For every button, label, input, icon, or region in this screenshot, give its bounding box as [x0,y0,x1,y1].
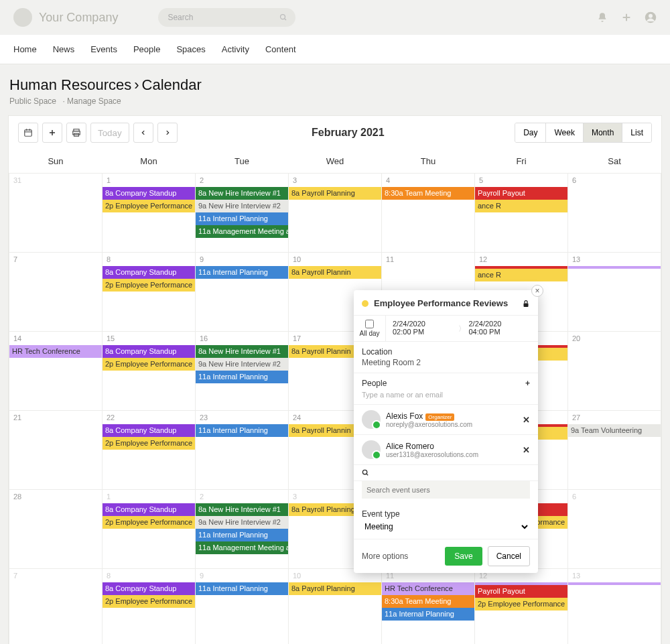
calendar-cell[interactable]: 28 [9,490,103,569]
calendar-event[interactable]: 8a Company Standup [103,266,195,279]
start-time[interactable]: 02:00 PM [393,328,456,336]
nav-home[interactable]: Home [13,35,37,64]
user-icon[interactable] [645,11,657,23]
calendar-cell[interactable]: 6 [568,490,661,569]
search-input[interactable] [158,8,295,27]
calendar-event[interactable]: HR Tech Conference [9,345,102,358]
calendar-cell[interactable]: 911a Internal Planning [196,253,289,332]
calendar-cell[interactable]: 228a Company Standup2p Employee Performa… [103,411,196,490]
search-users-input[interactable] [362,481,530,499]
calendar-cell[interactable]: 18a Company Standup2p Employee Performan… [103,174,196,253]
calendar-cell[interactable]: 21 [9,411,103,490]
calendar-cell[interactable]: 28a New Hire Interview #19a New Hire Int… [196,490,289,569]
calendar-event[interactable]: HR Tech Conference [382,582,474,595]
calendar-cell[interactable]: 6 [568,174,661,253]
calendar-event[interactable]: 11a Management Meeting an [196,541,288,554]
calendar-event[interactable]: 11a Internal Planning [196,582,288,595]
calendar-event[interactable]: 8a Company Standup [103,187,195,200]
end-time[interactable]: 04:00 PM [469,328,532,336]
calendar-cell[interactable]: 279a Team Volunteering [568,411,661,490]
calendar-event[interactable]: Payroll Payout [475,187,567,200]
calendar-event[interactable]: 9a New Hire Interview #2 [196,200,288,212]
remove-person-icon[interactable]: ✕ [523,415,530,425]
save-button[interactable]: Save [445,547,482,566]
calendar-cell[interactable]: 2311a Internal Planning [196,411,289,490]
start-date[interactable]: 2/24/2020 [393,320,456,328]
calendar-event[interactable]: 2p Employee Performance R [103,200,195,212]
calendar-event[interactable]: ance R [475,200,567,212]
calendar-cell[interactable]: 38a Payroll Planning [289,174,382,253]
add-button[interactable] [42,123,62,143]
calendar-event[interactable]: 9a New Hire Interview #2 [196,358,288,371]
prev-button[interactable] [133,123,153,143]
today-button[interactable]: Today [90,123,129,143]
breadcrumb-1[interactable]: Human Resources [9,76,131,93]
calendar-event[interactable]: 2p Employee Performance R [103,358,195,371]
more-options-link[interactable]: More options [362,552,440,561]
close-icon[interactable]: × [531,285,543,297]
calendar-cell[interactable]: 14HR Tech Conference [9,332,103,411]
calendar-event[interactable]: 8a Company Standup [103,424,195,437]
calendar-cell[interactable]: 7 [9,569,103,645]
cancel-button[interactable]: Cancel [488,546,530,566]
remove-person-icon[interactable]: ✕ [523,445,530,455]
calendar-cell[interactable]: 20 [568,332,661,411]
calendar-event[interactable]: 8a New Hire Interview #1 [196,187,288,200]
calendar-cell[interactable]: 7 [9,253,103,332]
calendar-event[interactable]: 8:30a Team Meeting [382,187,474,200]
calendar-cell[interactable]: 48:30a Team Meeting [382,174,475,253]
calendar-cell[interactable]: 11HR Tech Conference8:30a Team Meeting11… [382,569,475,645]
calendar-event[interactable]: 8a Payroll Planning [289,582,381,595]
end-date[interactable]: 2/24/2020 [469,320,532,328]
nav-people[interactable]: People [133,35,160,64]
calendar-cell[interactable]: 5Payroll Payoutance R [475,174,568,253]
nav-spaces[interactable]: Spaces [176,35,205,64]
print-button[interactable] [66,123,86,143]
calendar-cell[interactable]: 31 [9,174,103,253]
calendar-icon-button[interactable] [18,123,38,143]
nav-events[interactable]: Events [90,35,117,64]
calendar-event[interactable]: 2p Employee Performance R [103,595,195,608]
calendar-cell[interactable]: 28a New Hire Interview #19a New Hire Int… [196,174,289,253]
calendar-event[interactable]: 11a Internal Planning [196,371,288,383]
allday-checkbox[interactable] [365,320,374,328]
bell-icon[interactable] [596,11,608,23]
calendar-event[interactable]: 11a Internal Planning [382,608,474,621]
calendar-event[interactable]: 11a Management Meeting an [196,225,288,238]
calendar-cell[interactable]: 13 [568,569,661,645]
calendar-event[interactable]: 8a Payroll Plannin [289,266,381,279]
location-value[interactable]: Meeting Room 2 [362,358,530,367]
nav-content[interactable]: Content [265,35,296,64]
view-month[interactable]: Month [584,123,622,142]
people-input-placeholder[interactable]: Type a name or an email [362,391,530,399]
calendar-event[interactable]: 11a Internal Planning [196,529,288,541]
calendar-event[interactable]: 8a Company Standup [103,503,195,516]
calendar-event[interactable]: 9a Team Volunteering [568,424,661,437]
calendar-cell[interactable]: 13 [568,253,661,332]
calendar-cell[interactable]: 911a Internal Planning [196,569,289,645]
event-type-select[interactable]: Meeting [362,520,530,533]
view-list[interactable]: List [622,123,651,142]
calendar-event[interactable]: 8:30a Team Meeting [382,595,474,608]
calendar-event[interactable]: 8a Company Standup [103,582,195,595]
calendar-cell[interactable]: 88a Company Standup2p Employee Performan… [103,569,196,645]
calendar-event[interactable]: Payroll Payout [475,585,567,598]
calendar-event[interactable]: 11a Internal Planning [196,266,288,279]
calendar-event[interactable]: 8a New Hire Interview #1 [196,503,288,516]
next-button[interactable] [157,123,178,143]
sublink-manage[interactable]: Manage Space [67,96,121,106]
calendar-cell[interactable]: 158a Company Standup2p Employee Performa… [103,332,196,411]
calendar-event[interactable]: 8a Payroll Planning [289,187,381,200]
calendar-event[interactable]: 2p Employee Performance R [103,437,195,450]
calendar-cell[interactable]: 18a Company Standup2p Employee Performan… [103,490,196,569]
calendar-event[interactable] [568,582,661,585]
calendar-event[interactable]: 2p Employee Performance R [475,598,567,610]
calendar-cell[interactable]: 12 Payroll Payout2p Employee Performance… [475,569,568,645]
plus-icon[interactable] [620,11,632,23]
add-person-icon[interactable]: + [525,379,530,388]
nav-activity[interactable]: Activity [222,35,249,64]
calendar-event[interactable]: 11a Internal Planning [196,424,288,437]
sublink-public[interactable]: Public Space [9,96,56,106]
calendar-event[interactable]: 2p Employee Performance R [103,279,195,292]
calendar-cell[interactable]: 168a New Hire Interview #19a New Hire In… [196,332,289,411]
